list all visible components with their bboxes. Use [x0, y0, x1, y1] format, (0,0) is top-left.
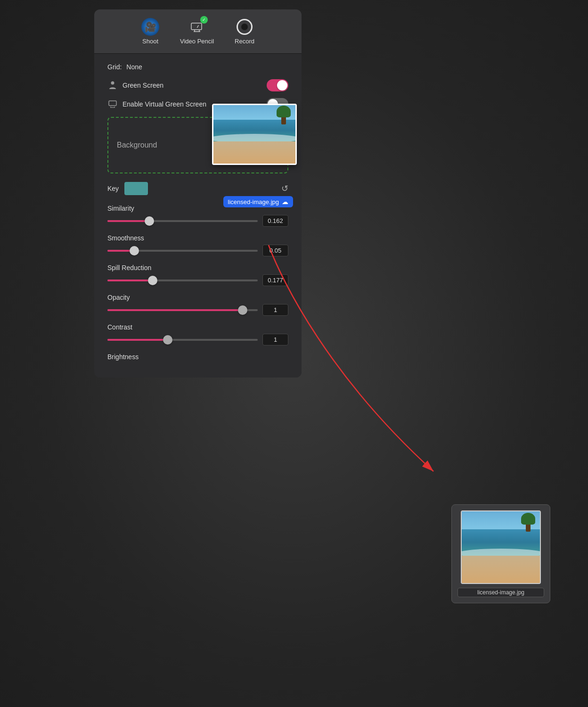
smoothness-value[interactable]: [262, 245, 288, 256]
record-icon-wrap: [236, 18, 253, 36]
record-label: Record: [235, 38, 254, 45]
filename-text: licensed-image.jpg: [228, 198, 279, 206]
thumbnail-image: [461, 510, 541, 584]
contrast-thumb[interactable]: [163, 335, 172, 345]
record-tab[interactable]: Record: [224, 14, 265, 49]
background-label: Background: [117, 141, 157, 149]
spill-reduction-value[interactable]: [262, 274, 288, 286]
thumb-tree: [521, 515, 535, 539]
grid-label: Grid:: [107, 63, 122, 71]
record-dot: [241, 24, 248, 30]
shoot-tab[interactable]: 🎥 Shoot: [131, 14, 170, 49]
check-badge: ✓: [200, 16, 208, 24]
svg-point-6: [111, 82, 114, 85]
shoot-icon: 🎥: [141, 18, 159, 36]
similarity-thumb[interactable]: [145, 216, 154, 226]
spill-reduction-row: [107, 274, 288, 286]
contrast-row: [107, 334, 288, 345]
computer-svg: [108, 99, 117, 109]
content-panel: Grid: None Green Screen: [94, 54, 302, 378]
contrast-track[interactable]: [107, 339, 258, 341]
grid-value: None: [126, 63, 142, 71]
smoothness-thumb[interactable]: [130, 246, 139, 255]
opacity-value[interactable]: [262, 304, 288, 316]
thumbnail-beach-image: [462, 511, 540, 583]
green-screen-person-icon: [107, 80, 118, 90]
smoothness-section: Smoothness: [107, 234, 288, 256]
opacity-section: Opacity: [107, 294, 288, 316]
background-section[interactable]: Background: [107, 117, 288, 173]
filename-badge[interactable]: licensed-image.jpg ☁: [223, 196, 293, 207]
opacity-row: [107, 304, 288, 316]
video-pencil-tab[interactable]: ✓ Video Pencil: [170, 14, 224, 49]
background-image-preview[interactable]: [212, 104, 297, 165]
toolbar: 🎥 Shoot ✓ Video Pe: [94, 9, 302, 54]
key-row: Key ↺ licensed-image.jpg ☁: [107, 182, 288, 195]
contrast-section: Contrast: [107, 323, 288, 345]
reset-button[interactable]: ↺: [281, 183, 288, 194]
green-screen-toggle[interactable]: [267, 79, 288, 91]
computer-icon: [107, 99, 118, 109]
grid-row: Grid: None: [107, 63, 288, 71]
similarity-row: [107, 215, 288, 227]
main-panel: 🎥 Shoot ✓ Video Pe: [94, 9, 302, 378]
similarity-section: Similarity: [107, 205, 288, 227]
opacity-thumb[interactable]: [238, 305, 247, 315]
video-pencil-label: Video Pencil: [180, 38, 214, 45]
opacity-fill: [107, 309, 243, 311]
spill-reduction-track[interactable]: [107, 280, 258, 281]
spill-reduction-section: Spill Reduction: [107, 264, 288, 286]
smoothness-label: Smoothness: [107, 234, 288, 242]
video-pencil-icon-wrap: ✓: [188, 18, 206, 36]
spill-reduction-fill: [107, 280, 153, 281]
thumbnail-filename: licensed-image.jpg: [457, 588, 544, 597]
opacity-label: Opacity: [107, 294, 288, 301]
sliders-container: Similarity Smoothness: [107, 205, 288, 361]
beach-image: [213, 105, 295, 164]
record-icon: [236, 18, 253, 36]
green-screen-row: Green Screen: [107, 79, 288, 91]
key-label: Key: [107, 185, 119, 192]
beach-sand: [213, 141, 295, 164]
svg-rect-1: [191, 23, 202, 30]
contrast-fill: [107, 339, 168, 341]
beach-tree: [277, 108, 291, 132]
spill-reduction-thumb[interactable]: [148, 276, 157, 285]
svg-rect-7: [109, 101, 116, 106]
brightness-label: Brightness: [107, 353, 288, 361]
similarity-fill: [107, 220, 149, 222]
contrast-label: Contrast: [107, 323, 288, 331]
thumb-sand: [462, 556, 540, 583]
similarity-value[interactable]: [262, 215, 288, 227]
camera-icon: 🎥: [141, 18, 159, 36]
person-svg: [108, 81, 117, 90]
shoot-label: Shoot: [142, 38, 158, 45]
bottom-thumbnail-panel[interactable]: licensed-image.jpg: [451, 504, 550, 603]
similarity-track[interactable]: [107, 220, 258, 222]
key-color-swatch[interactable]: [124, 182, 148, 195]
green-screen-knob: [277, 80, 287, 90]
smoothness-row: [107, 245, 288, 256]
cloud-icon: ☁: [282, 198, 288, 206]
brightness-section: Brightness: [107, 353, 288, 361]
opacity-track[interactable]: [107, 309, 258, 311]
contrast-value[interactable]: [262, 334, 288, 345]
spill-reduction-label: Spill Reduction: [107, 264, 288, 271]
smoothness-track[interactable]: [107, 250, 258, 252]
svg-line-5: [197, 27, 197, 28]
green-screen-label: Green Screen: [122, 82, 262, 89]
record-circle: [237, 19, 253, 35]
